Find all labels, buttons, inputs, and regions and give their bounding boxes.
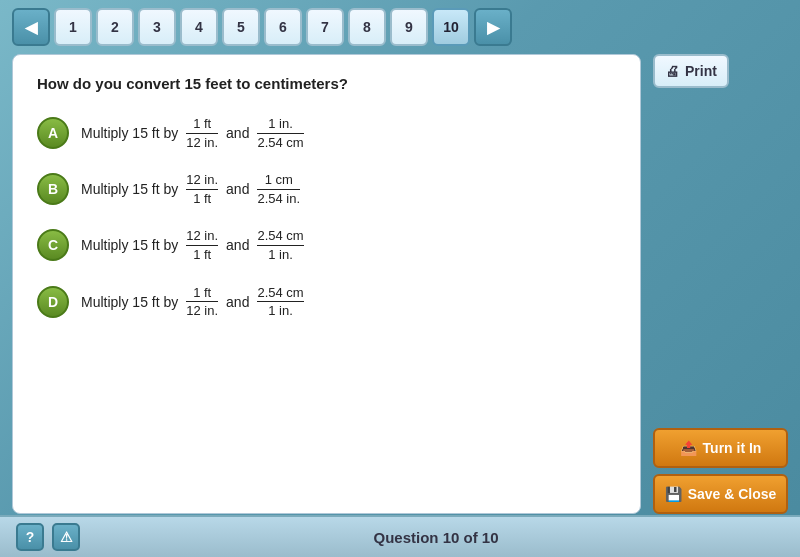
option-d-frac1: 1 ft 12 in. <box>186 285 218 319</box>
nav-btn-7[interactable]: 7 <box>306 8 344 46</box>
option-c-text: Multiply 15 ft by 12 in. 1 ft and 2.54 c… <box>81 228 306 262</box>
option-d-text: Multiply 15 ft by 1 ft 12 in. and 2.54 c… <box>81 285 306 319</box>
option-a-badge: A <box>37 117 69 149</box>
option-b-text: Multiply 15 ft by 12 in. 1 ft and 1 cm 2… <box>81 172 302 206</box>
save-close-button[interactable]: 💾 Save & Close <box>653 474 788 514</box>
option-a-prefix: Multiply 15 ft by <box>81 125 178 141</box>
turn-in-label: Turn it In <box>703 440 762 456</box>
option-b-badge: B <box>37 173 69 205</box>
option-a[interactable]: A Multiply 15 ft by 1 ft 12 in. and 1 in… <box>37 116 616 150</box>
next-button[interactable]: ▶ <box>474 8 512 46</box>
nav-btn-6[interactable]: 6 <box>264 8 302 46</box>
option-a-connector: and <box>226 125 249 141</box>
nav-btn-9[interactable]: 9 <box>390 8 428 46</box>
action-buttons: 📤 Turn it In 💾 Save & Close <box>653 428 788 514</box>
option-c-prefix: Multiply 15 ft by <box>81 237 178 253</box>
print-button[interactable]: 🖨 Print <box>653 54 729 88</box>
top-navigation: ◀ 1 2 3 4 5 6 7 8 9 10 ▶ <box>0 0 800 54</box>
option-d-frac2: 2.54 cm 1 in. <box>257 285 303 319</box>
save-close-label: Save & Close <box>688 486 777 502</box>
option-b-prefix: Multiply 15 ft by <box>81 181 178 197</box>
option-c[interactable]: C Multiply 15 ft by 12 in. 1 ft and 2.54… <box>37 228 616 262</box>
nav-btn-8[interactable]: 8 <box>348 8 386 46</box>
nav-btn-1[interactable]: 1 <box>54 8 92 46</box>
option-b-connector: and <box>226 181 249 197</box>
nav-btn-5[interactable]: 5 <box>222 8 260 46</box>
printer-icon: 🖨 <box>665 63 679 79</box>
turn-in-button[interactable]: 📤 Turn it In <box>653 428 788 468</box>
nav-btn-4[interactable]: 4 <box>180 8 218 46</box>
save-icon: 💾 <box>665 486 682 502</box>
option-d-badge: D <box>37 286 69 318</box>
warning-button[interactable]: ⚠ <box>52 523 80 551</box>
help-button[interactable]: ? <box>16 523 44 551</box>
nav-btn-3[interactable]: 3 <box>138 8 176 46</box>
option-a-text: Multiply 15 ft by 1 ft 12 in. and 1 in. … <box>81 116 306 150</box>
option-c-badge: C <box>37 229 69 261</box>
main-area: How do you convert 15 feet to centimeter… <box>0 54 800 514</box>
question-text: How do you convert 15 feet to centimeter… <box>37 75 616 92</box>
nav-btn-2[interactable]: 2 <box>96 8 134 46</box>
option-b-frac1: 12 in. 1 ft <box>186 172 218 206</box>
prev-button[interactable]: ◀ <box>12 8 50 46</box>
warning-icon: ⚠ <box>60 529 73 545</box>
option-c-frac2: 2.54 cm 1 in. <box>257 228 303 262</box>
turn-in-icon: 📤 <box>680 440 697 456</box>
option-b[interactable]: B Multiply 15 ft by 12 in. 1 ft and 1 cm… <box>37 172 616 206</box>
option-c-frac1: 12 in. 1 ft <box>186 228 218 262</box>
print-label: Print <box>685 63 717 79</box>
option-d-connector: and <box>226 294 249 310</box>
option-a-frac2: 1 in. 2.54 cm <box>257 116 303 150</box>
question-counter: Question 10 of 10 <box>88 529 784 546</box>
question-panel: How do you convert 15 feet to centimeter… <box>12 54 641 514</box>
option-b-frac2: 1 cm 2.54 in. <box>257 172 300 206</box>
status-bar: ? ⚠ Question 10 of 10 <box>0 515 800 557</box>
help-icon: ? <box>26 529 35 545</box>
option-c-connector: and <box>226 237 249 253</box>
right-sidebar: 🖨 Print 📤 Turn it In 💾 Save & Close <box>653 54 788 514</box>
option-d-prefix: Multiply 15 ft by <box>81 294 178 310</box>
option-a-frac1: 1 ft 12 in. <box>186 116 218 150</box>
nav-btn-10[interactable]: 10 <box>432 8 470 46</box>
option-d[interactable]: D Multiply 15 ft by 1 ft 12 in. and 2.54… <box>37 285 616 319</box>
